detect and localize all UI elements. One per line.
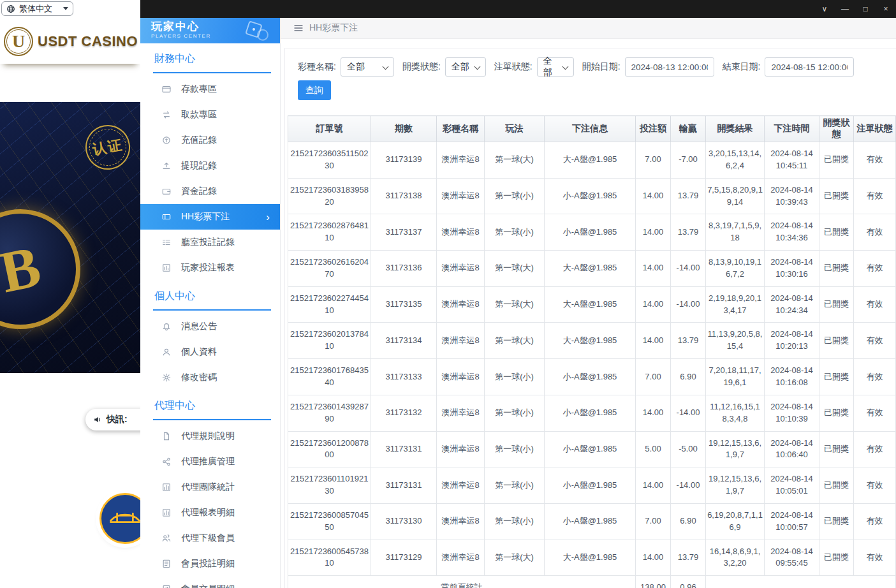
end-date-label: 結束日期: <box>723 61 761 73</box>
sidebar-item-recharge-records[interactable]: 充值記錄 <box>140 128 280 153</box>
sidebar-item-member-bet-details[interactable]: 會員投註明細 <box>140 551 280 577</box>
sidebar-item-agent-promotion[interactable]: 代理推廣管理 <box>140 449 280 474</box>
sidebar-item-label: 代理報表明細 <box>181 507 235 518</box>
table-cell: 2152172360287648110 <box>288 214 371 251</box>
brand-panel: 繁体中文 U USDT CASINO B 认证 快訊: <box>0 0 140 588</box>
table-cell: 14.00 <box>636 323 671 359</box>
table-cell: 第一球(大) <box>485 251 545 287</box>
chevron-down-icon: ∨ <box>822 4 828 13</box>
table-cell: 19,12,15,13,6,1,9,7 <box>706 431 765 467</box>
table-cell: -5.00 <box>671 431 706 467</box>
sidebar-item-label: 會員交易明細 <box>181 584 235 588</box>
sidebar-item-funds-records[interactable]: 資金記錄 <box>140 179 280 204</box>
table-cell: 澳洲幸运8 <box>437 359 485 395</box>
chevron-down-button[interactable]: ∨ <box>814 0 835 18</box>
section-title: 財務中心 <box>153 43 271 73</box>
sidebar-item-label: 廳室投註記錄 <box>181 237 235 248</box>
sidebar-item-label: 代理規則說明 <box>181 430 235 442</box>
table-cell: 2024-08-14 10:45:11 <box>765 142 819 179</box>
table-cell: 已開獎 <box>819 395 854 431</box>
sidebar-item-profile[interactable]: 個人資料 <box>140 339 280 365</box>
table-cell: 澳洲幸运8 <box>437 142 485 179</box>
table-row: 215217236005457381031173129澳洲幸运8第一球(大)大-… <box>288 540 896 576</box>
table-cell: 第一球(小) <box>485 214 545 251</box>
table-cell: 2152172360261620470 <box>288 251 371 287</box>
caret-down-icon <box>63 7 68 10</box>
sidebar-item-member-transaction-details[interactable]: 會員交易明細 <box>140 577 280 588</box>
sidebar-item-label: 提現記錄 <box>181 160 217 172</box>
sidebar-item-change-password[interactable]: 修改密碼 <box>140 365 280 390</box>
table-cell: 31173135 <box>371 286 437 323</box>
filter-bar: 彩種名稱: 全部 開獎狀態: 全部 注單狀態: 全部 開始日期: 結束日期: <box>298 57 895 77</box>
draw-status-select[interactable]: 全部 <box>445 57 486 77</box>
docexchange-icon <box>162 585 172 588</box>
maximize-button[interactable]: □ <box>855 0 876 18</box>
table-cell: 已開獎 <box>819 251 854 287</box>
table-cell: 2152172360318395820 <box>288 178 371 214</box>
close-button[interactable]: × <box>876 0 896 18</box>
table-cell: 7.00 <box>636 503 671 540</box>
sidebar-item-withdraw-area[interactable]: 取款專區 <box>140 102 280 128</box>
sidebar-item-label: 取款專區 <box>181 109 217 121</box>
table-cell: 小-A盤@1.985 <box>545 467 636 504</box>
table-cell: 小-A盤@1.985 <box>545 431 636 467</box>
sidebar-item-player-bet-report[interactable]: 玩家投注報表 <box>140 255 280 281</box>
table-row: 215217236011019213031173131澳洲幸运8第一球(小)小-… <box>288 467 896 504</box>
sidebar-item-agent-rules[interactable]: 代理規則說明 <box>140 423 280 449</box>
end-date-input[interactable] <box>765 57 854 77</box>
sidebar-item-messages[interactable]: 消息公告 <box>140 314 280 339</box>
sidebar-item-label: 代理推廣管理 <box>181 456 235 467</box>
table-cell: 31173130 <box>371 503 437 540</box>
sidebar-item-agent-report-details[interactable]: 代理報表明細 <box>140 500 280 526</box>
column-header: 期數 <box>371 116 437 142</box>
lottery-name-select[interactable]: 全部 <box>341 57 394 77</box>
hamburger-menu-icon[interactable] <box>293 23 304 33</box>
table-cell: 已開獎 <box>819 540 854 576</box>
lottery-name-value: 全部 <box>347 61 365 73</box>
sidebar-item-hh-lottery-bets[interactable]: HH彩票下注› <box>140 204 280 230</box>
maximize-icon: □ <box>863 4 867 13</box>
usdt-logo-icon: U <box>4 27 33 56</box>
table-cell: 澳洲幸运8 <box>437 431 485 467</box>
table-cell: 已開獎 <box>819 359 854 395</box>
table-cell: 2024-08-14 09:55:45 <box>765 540 819 576</box>
table-cell: 有效 <box>854 431 896 467</box>
table-cell: 13.79 <box>671 323 706 359</box>
news-ticker[interactable]: 快訊: <box>85 409 140 430</box>
language-selector[interactable]: 繁体中文 <box>1 1 73 16</box>
sidebar-item-withdrawal-records[interactable]: 提現記錄 <box>140 153 280 179</box>
ticket-icon <box>162 212 172 221</box>
search-button[interactable]: 查詢 <box>298 80 331 100</box>
table-cell: 小-A盤@1.985 <box>545 395 636 431</box>
sidebar: 玩家中心 PLAYERS CENTER 財務中心存款專區取款專區充值記錄提現記錄… <box>140 18 281 588</box>
table-cell: -14.00 <box>671 251 706 287</box>
table-cell: 31173136 <box>371 251 437 287</box>
sidebar-item-agent-team-stats[interactable]: 代理團隊統計 <box>140 474 280 500</box>
minimize-icon: — <box>841 4 849 13</box>
table-cell: 31173131 <box>371 467 437 504</box>
chevron-right-icon: › <box>266 212 270 223</box>
table-cell: 19,12,15,13,6,1,9,7 <box>706 467 765 504</box>
order-status-select[interactable]: 全部 <box>537 57 574 77</box>
sidebar-item-room-bet-records[interactable]: 廳室投註記錄 <box>140 230 280 255</box>
sidebar-item-label: 消息公告 <box>181 321 217 332</box>
start-date-input[interactable] <box>625 57 714 77</box>
sidebar-item-deposit-area[interactable]: 存款專區 <box>140 77 280 102</box>
table-cell: 2024-08-14 10:06:40 <box>765 431 819 467</box>
table-cell: 已開獎 <box>819 323 854 359</box>
table-cell: 有效 <box>854 251 896 287</box>
close-icon: × <box>883 4 888 13</box>
sidebar-item-agent-sub-members[interactable]: 代理下級會員 <box>140 526 280 551</box>
table-cell: 14.00 <box>636 251 671 287</box>
table-cell: 2152172360351150230 <box>288 142 371 179</box>
table-cell: -14.00 <box>671 467 706 504</box>
draw-status-label: 開獎狀態: <box>402 61 441 73</box>
sidebar-item-label: 代理下級會員 <box>181 533 235 544</box>
table-cell: 8,13,9,10,19,16,7,2 <box>706 251 765 287</box>
minimize-button[interactable]: — <box>835 0 855 18</box>
casino-logo: U USDT CASINO <box>0 19 140 64</box>
sidebar-item-label: 個人資料 <box>181 346 217 358</box>
table-cell: 2152172360085704550 <box>288 503 371 540</box>
withdraw-icon <box>162 161 172 170</box>
table-cell: 6.90 <box>671 359 706 395</box>
